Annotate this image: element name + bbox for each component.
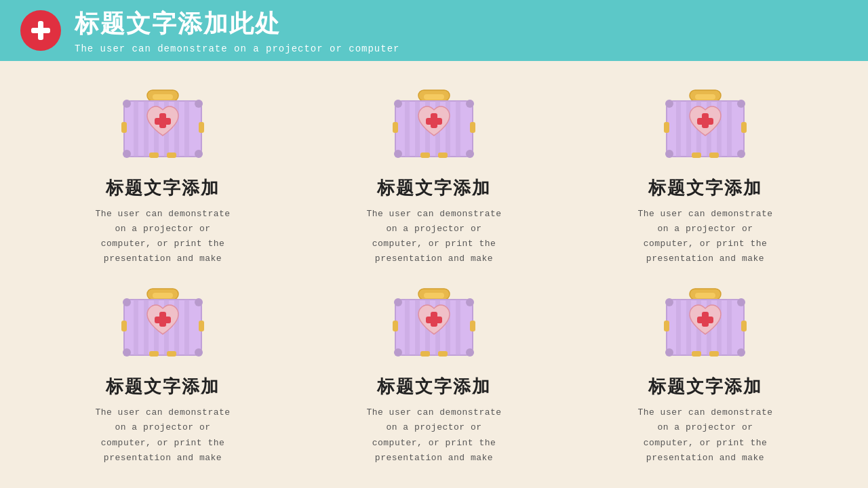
- svg-rect-75: [167, 351, 176, 357]
- svg-rect-74: [149, 351, 159, 357]
- card-2: 标题文字添加 The user can demonstrate on a pro…: [583, 81, 827, 266]
- card-title-1: 标题文字添加: [377, 176, 491, 200]
- svg-point-88: [466, 298, 474, 306]
- card-title-5: 标题文字添加: [648, 375, 762, 399]
- svg-rect-19: [121, 122, 127, 133]
- svg-rect-6: [144, 101, 149, 157]
- card-desc-1: The user can demonstrate on a projector …: [359, 207, 509, 266]
- svg-rect-17: [149, 152, 159, 158]
- svg-point-11: [123, 100, 131, 108]
- svg-rect-73: [155, 317, 171, 323]
- svg-rect-5: [134, 101, 138, 157]
- svg-rect-95: [393, 321, 398, 331]
- svg-point-90: [466, 348, 474, 357]
- svg-rect-29: [456, 101, 460, 157]
- svg-rect-55: [692, 152, 701, 158]
- svg-point-50: [737, 100, 745, 108]
- card-desc-4: The user can demonstrate on a projector …: [359, 405, 509, 465]
- card-3: 标题文字添加 The user can demonstrate on a pro…: [41, 280, 285, 465]
- header-text-group: 标题文字添加此处 The user can demonstrate on a p…: [75, 7, 399, 54]
- card-desc-5: The user can demonstrate on a projector …: [631, 405, 780, 465]
- svg-rect-79: [424, 293, 444, 298]
- header: 标题文字添加此处 The user can demonstrate on a p…: [0, 0, 868, 61]
- svg-rect-10: [184, 101, 189, 157]
- svg-point-32: [394, 150, 402, 158]
- header-title: 标题文字添加此处: [75, 7, 399, 41]
- svg-rect-48: [727, 101, 732, 157]
- svg-rect-3: [153, 94, 173, 100]
- svg-rect-20: [199, 122, 204, 133]
- svg-rect-105: [727, 300, 732, 355]
- svg-rect-41: [695, 94, 715, 100]
- card-icon-wrapper-0: [108, 81, 217, 169]
- header-icon-wrapper: [20, 10, 61, 51]
- card-icon-wrapper-1: [380, 81, 488, 169]
- svg-point-52: [737, 150, 745, 158]
- svg-point-107: [737, 298, 745, 306]
- svg-rect-36: [420, 152, 430, 158]
- svg-rect-114: [664, 321, 669, 331]
- svg-point-33: [466, 150, 474, 158]
- card-desc-0: The user can demonstrate on a projector …: [88, 207, 237, 266]
- svg-point-51: [665, 150, 673, 158]
- svg-rect-43: [676, 101, 681, 157]
- card-icon-wrapper-4: [380, 280, 488, 368]
- cards-grid: 标题文字添加 The user can demonstrate on a pro…: [0, 61, 868, 486]
- briefcase-icon-2: [654, 85, 756, 166]
- card-desc-2: The user can demonstrate on a projector …: [631, 207, 780, 266]
- card-0: 标题文字添加 The user can demonstrate on a pro…: [41, 81, 285, 266]
- svg-point-68: [123, 298, 131, 306]
- svg-point-108: [665, 348, 673, 357]
- svg-rect-56: [709, 152, 719, 158]
- svg-rect-58: [741, 122, 747, 133]
- svg-rect-1: [31, 28, 50, 33]
- svg-point-89: [394, 348, 402, 357]
- svg-rect-101: [686, 300, 691, 355]
- svg-rect-98: [695, 293, 715, 298]
- svg-rect-113: [709, 351, 719, 357]
- svg-rect-67: [184, 300, 189, 355]
- briefcase-icon-5: [654, 283, 756, 365]
- svg-rect-92: [426, 317, 442, 323]
- card-desc-3: The user can demonstrate on a projector …: [88, 405, 237, 465]
- briefcase-icon-3: [112, 283, 214, 365]
- card-4: 标题文字添加 The user can demonstrate on a pro…: [312, 280, 556, 465]
- briefcase-icon-0: [112, 85, 214, 166]
- svg-rect-86: [456, 300, 460, 355]
- svg-rect-22: [424, 94, 444, 100]
- svg-rect-35: [426, 118, 442, 125]
- svg-point-109: [737, 348, 745, 357]
- svg-rect-63: [144, 300, 149, 355]
- svg-rect-93: [420, 351, 430, 357]
- svg-point-87: [394, 298, 402, 306]
- briefcase-icon-4: [383, 283, 485, 365]
- svg-rect-24: [405, 101, 410, 157]
- svg-rect-39: [470, 122, 475, 133]
- svg-rect-62: [134, 300, 138, 355]
- svg-rect-100: [676, 300, 681, 355]
- svg-rect-82: [415, 300, 420, 355]
- svg-rect-94: [438, 351, 448, 357]
- svg-point-70: [123, 348, 131, 357]
- svg-rect-16: [155, 118, 171, 125]
- card-icon-wrapper-3: [108, 280, 217, 368]
- svg-rect-37: [438, 152, 448, 158]
- card-5: 标题文字添加 The user can demonstrate on a pro…: [583, 280, 827, 465]
- svg-rect-76: [121, 321, 127, 331]
- card-1: 标题文字添加 The user can demonstrate on a pro…: [312, 81, 556, 266]
- svg-rect-57: [664, 122, 669, 133]
- svg-point-12: [195, 100, 203, 108]
- svg-rect-25: [415, 101, 420, 157]
- svg-rect-112: [692, 351, 701, 357]
- card-icon-wrapper-5: [651, 280, 760, 368]
- briefcase-icon-1: [383, 85, 485, 166]
- svg-rect-77: [199, 321, 204, 331]
- svg-point-30: [394, 100, 402, 108]
- svg-point-49: [665, 100, 673, 108]
- svg-rect-96: [470, 321, 475, 331]
- card-title-4: 标题文字添加: [377, 375, 491, 399]
- svg-point-31: [466, 100, 474, 108]
- card-icon-wrapper-2: [651, 81, 760, 169]
- svg-point-14: [195, 150, 203, 158]
- svg-rect-111: [697, 317, 713, 323]
